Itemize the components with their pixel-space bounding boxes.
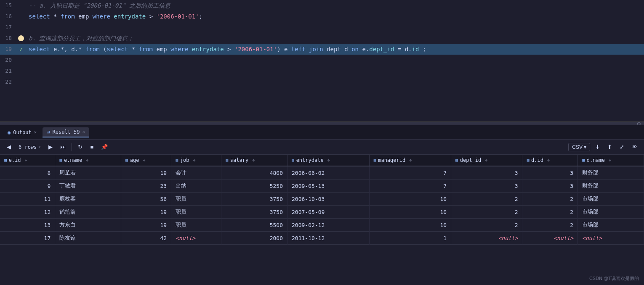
line-indicator xyxy=(17,55,25,66)
table-cell: 2 xyxy=(522,206,578,219)
table-cell: 2 xyxy=(522,193,578,206)
sort-arrows: ÷ xyxy=(407,158,412,163)
table-cell: <null> xyxy=(522,232,578,245)
tab-output[interactable]: ◉ Output ✕ xyxy=(3,128,41,137)
table-cell: 2 xyxy=(451,219,522,232)
results-table-container[interactable]: ⊞e.id ÷⊞e.name ÷⊞age ÷⊞job ÷⊞salary ÷⊞en… xyxy=(0,155,644,285)
line-indicator xyxy=(17,33,25,44)
table-cell: 周芷若 xyxy=(55,166,121,179)
sort-arrows: ÷ xyxy=(545,158,550,163)
upload-button[interactable]: ⬆ xyxy=(605,142,615,151)
table-cell: 17 xyxy=(0,232,55,245)
col-icon: ⊞ xyxy=(292,158,295,163)
line-number: 21 xyxy=(0,66,17,77)
tabs-bar: ◉ Output ✕ ⊞ Result 59 ✕ xyxy=(0,125,644,140)
line-content xyxy=(25,22,644,33)
line-indicator xyxy=(17,11,25,22)
table-cell: 3750 xyxy=(221,206,287,219)
result-tab-label: Result 59 xyxy=(52,129,80,135)
download-button[interactable]: ⬇ xyxy=(593,142,602,151)
line-number: 17 xyxy=(0,22,17,33)
line-number: 16 xyxy=(0,11,17,22)
table-cell: 2009-02-12 xyxy=(287,219,370,232)
editor-area: 15-- a. 入职日期是 "2006-01-01" 之后的员工信息16sele… xyxy=(0,0,644,122)
table-cell: 3 xyxy=(522,166,578,179)
line-content: b. 查询这部分员工，对应的部门信息； xyxy=(25,33,644,44)
table-cell: 市场部 xyxy=(578,219,644,232)
table-cell: 3 xyxy=(451,166,522,179)
column-header-job[interactable]: ⊞job ÷ xyxy=(171,155,221,166)
result-tab-close[interactable]: ✕ xyxy=(82,129,85,135)
table-header: ⊞e.id ÷⊞e.name ÷⊞age ÷⊞job ÷⊞salary ÷⊞en… xyxy=(0,155,644,166)
result-tab-icon: ⊞ xyxy=(47,129,50,135)
col-icon: ⊞ xyxy=(176,158,178,163)
column-header-dept_id[interactable]: ⊞dept_id ÷ xyxy=(451,155,522,166)
table-cell: 5500 xyxy=(221,219,287,232)
line-number: 19 xyxy=(0,44,17,55)
line-indicator xyxy=(17,0,25,11)
expand-button[interactable]: ⤢ xyxy=(617,142,627,151)
check-icon: ✓ xyxy=(19,44,23,55)
column-header-d-id[interactable]: ⊞d.id ÷ xyxy=(522,155,578,166)
column-header-managerid[interactable]: ⊞managerid ÷ xyxy=(369,155,451,166)
code-line-21: 21 xyxy=(0,66,644,77)
view-toggle-button[interactable]: 👁 xyxy=(629,142,640,151)
table-row: 9丁敏君23出纳52502009-05-13733财务部 xyxy=(0,179,644,193)
rows-dropdown-arrow: ▾ xyxy=(38,145,41,149)
line-number: 20 xyxy=(0,55,17,66)
col-icon: ⊞ xyxy=(527,158,530,163)
prev-page-button[interactable]: ◀ xyxy=(4,142,13,151)
pin-button[interactable]: 📌 xyxy=(98,142,110,151)
table-cell: 2 xyxy=(451,206,522,219)
line-content xyxy=(25,55,644,66)
table-cell: <null> xyxy=(451,232,522,245)
output-tab-label: Output xyxy=(13,129,31,135)
table-cell: 3 xyxy=(451,179,522,193)
stop-button[interactable]: ■ xyxy=(88,142,96,151)
col-icon: ⊞ xyxy=(59,158,62,163)
refresh-button[interactable]: ↻ xyxy=(75,142,85,151)
table-row: 17陈友谅42<null>20002011-10-121<null><null>… xyxy=(0,232,644,245)
results-table: ⊞e.id ÷⊞e.name ÷⊞age ÷⊞job ÷⊞salary ÷⊞en… xyxy=(0,155,644,245)
toolbar-right: CSV ▾ ⬇ ⬆ ⤢ 👁 xyxy=(568,142,640,151)
line-number: 15 xyxy=(0,0,17,11)
table-cell: 11 xyxy=(0,193,55,206)
last-page-button[interactable]: ⏭ xyxy=(58,142,68,151)
tab-result59[interactable]: ⊞ Result 59 ✕ xyxy=(43,127,89,137)
bulb-icon xyxy=(18,35,24,41)
table-cell: 职员 xyxy=(171,206,221,219)
column-header-d-name[interactable]: ⊞d.name ÷ xyxy=(578,155,644,166)
code-line-18: 18b. 查询这部分员工，对应的部门信息； xyxy=(0,33,644,44)
code-line-15: 15-- a. 入职日期是 "2006-01-01" 之后的员工信息 xyxy=(0,0,644,11)
toolbar-separator-1 xyxy=(72,143,72,151)
code-line-17: 17 xyxy=(0,22,644,33)
table-cell: 9 xyxy=(0,179,55,193)
line-content: select e.*, d.* from (select * from emp … xyxy=(25,44,644,55)
table-cell: 2006-06-02 xyxy=(287,166,370,179)
table-cell: 12 xyxy=(0,206,55,219)
csv-export-button[interactable]: CSV ▾ xyxy=(568,143,590,151)
output-tab-close[interactable]: ✕ xyxy=(34,129,37,135)
next-page-button[interactable]: ▶ xyxy=(46,142,55,151)
column-header-age[interactable]: ⊞age ÷ xyxy=(121,155,171,166)
col-icon: ⊞ xyxy=(125,158,128,163)
table-row: 13方东白19职员55002009-02-121022市场部 xyxy=(0,219,644,232)
table-cell: 2011-10-12 xyxy=(287,232,370,245)
table-cell: 职员 xyxy=(171,219,221,232)
table-cell: 19 xyxy=(121,219,171,232)
results-panel: ◉ Output ✕ ⊞ Result 59 ✕ ◀ 6 rows ▾ ▶ ⏭ … xyxy=(0,125,644,285)
table-cell: 财务部 xyxy=(578,179,644,193)
code-line-16: 16select * from emp where entrydate > '2… xyxy=(0,11,644,22)
column-header-salary[interactable]: ⊞salary ÷ xyxy=(221,155,287,166)
column-header-entrydate[interactable]: ⊞entrydate ÷ xyxy=(287,155,370,166)
panel-splitter[interactable]: ⚙ xyxy=(0,122,644,125)
table-cell: 2 xyxy=(522,219,578,232)
line-indicator xyxy=(17,77,25,87)
table-cell: 方东白 xyxy=(55,219,121,232)
column-header-e-name[interactable]: ⊞e.name ÷ xyxy=(55,155,121,166)
code-line-20: 20 xyxy=(0,55,644,66)
rows-info: 6 rows ▾ xyxy=(16,144,43,150)
column-header-e-id[interactable]: ⊞e.id ÷ xyxy=(0,155,55,166)
results-toolbar: ◀ 6 rows ▾ ▶ ⏭ ↻ ■ 📌 CSV ▾ ⬇ ⬆ ⤢ 👁 xyxy=(0,140,644,155)
table-cell: 10 xyxy=(369,206,451,219)
